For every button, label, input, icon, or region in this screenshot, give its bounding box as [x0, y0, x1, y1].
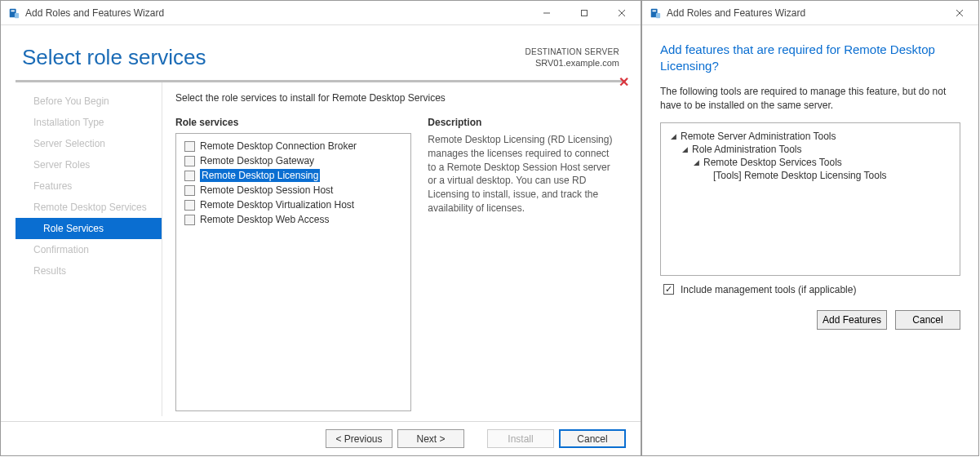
- svg-rect-4: [582, 10, 588, 16]
- sidebar-item[interactable]: Confirmation: [16, 239, 162, 260]
- features-tree[interactable]: ◢Remote Server Administration Tools◢Role…: [660, 122, 960, 276]
- role-service-item[interactable]: Remote Desktop Connection Broker: [183, 139, 404, 153]
- app-icon: [649, 7, 662, 20]
- tree-node-label: Role Administration Tools: [692, 143, 802, 156]
- header-rule: ✕: [16, 80, 626, 82]
- tree-node[interactable]: [Tools] Remote Desktop Licensing Tools: [669, 169, 951, 182]
- sidebar-item[interactable]: Role Services: [16, 218, 162, 239]
- window-controls: [528, 1, 641, 25]
- next-button[interactable]: Next >: [397, 429, 464, 448]
- tree-node-label: Remote Server Administration Tools: [681, 130, 836, 143]
- sidebar-item[interactable]: Remote Desktop Services: [16, 197, 162, 218]
- checkbox[interactable]: [184, 171, 195, 181]
- role-service-item[interactable]: Remote Desktop Gateway: [183, 153, 404, 168]
- role-service-label: Remote Desktop Licensing: [200, 169, 320, 182]
- description-heading: Description: [428, 117, 621, 128]
- role-service-label: Remote Desktop Session Host: [200, 184, 333, 197]
- wizard-main-window: Add Roles and Features Wizard Select rol…: [0, 0, 641, 456]
- cancel-button[interactable]: Cancel: [559, 429, 626, 448]
- sidebar-item[interactable]: Installation Type: [16, 112, 162, 133]
- instruction-text: Select the role services to install for …: [175, 92, 621, 104]
- dialog-close-button[interactable]: [941, 1, 978, 25]
- main-titlebar[interactable]: Add Roles and Features Wizard: [1, 1, 641, 25]
- role-service-label: Remote Desktop Virtualization Host: [200, 198, 354, 211]
- roles-heading: Role services: [175, 117, 411, 128]
- destination-label: DESTINATION SERVER: [525, 47, 619, 57]
- error-x-icon: ✕: [619, 74, 629, 90]
- expander-icon[interactable]: ◢: [669, 130, 677, 143]
- install-button: Install: [487, 429, 554, 448]
- tree-node-label: [Tools] Remote Desktop Licensing Tools: [713, 169, 887, 182]
- wizard-sidebar: Before You BeginInstallation TypeServer …: [16, 82, 162, 416]
- include-tools-label: Include management tools (if applicable): [681, 284, 856, 295]
- sidebar-item[interactable]: Before You Begin: [16, 91, 162, 112]
- tree-node[interactable]: ◢Role Administration Tools: [669, 143, 951, 156]
- role-service-item[interactable]: Remote Desktop Licensing: [183, 168, 404, 183]
- role-services-listbox[interactable]: Remote Desktop Connection BrokerRemote D…: [175, 133, 411, 411]
- role-service-item[interactable]: Remote Desktop Session Host: [183, 183, 404, 197]
- maximize-button[interactable]: [565, 1, 603, 25]
- tree-node[interactable]: ◢Remote Server Administration Tools: [669, 130, 951, 143]
- close-button[interactable]: [603, 1, 641, 25]
- include-tools-row[interactable]: ✓ Include management tools (if applicabl…: [663, 284, 960, 295]
- checkbox[interactable]: [184, 200, 195, 211]
- svg-rect-8: [653, 10, 656, 11]
- add-features-button[interactable]: Add Features: [817, 310, 887, 330]
- svg-rect-9: [656, 13, 660, 18]
- destination-block: DESTINATION SERVER SRV01.example.com: [525, 45, 619, 69]
- previous-button[interactable]: < Previous: [326, 429, 392, 448]
- expander-icon[interactable]: ◢: [692, 156, 700, 169]
- include-tools-checkbox[interactable]: ✓: [663, 284, 674, 295]
- sidebar-item[interactable]: Server Selection: [16, 133, 162, 154]
- dialog-titlebar[interactable]: Add Roles and Features Wizard: [642, 1, 978, 25]
- checkbox[interactable]: [184, 215, 195, 225]
- description-text: Remote Desktop Licensing (RD Licensing) …: [428, 133, 621, 215]
- tree-node[interactable]: ◢Remote Desktop Services Tools: [669, 156, 951, 169]
- role-service-label: Remote Desktop Connection Broker: [200, 140, 357, 153]
- sidebar-item[interactable]: Results: [16, 260, 162, 282]
- main-window-title: Add Roles and Features Wizard: [25, 7, 528, 19]
- minimize-button[interactable]: [528, 1, 565, 25]
- sidebar-item[interactable]: Server Roles: [16, 154, 162, 175]
- dialog-cancel-button[interactable]: Cancel: [895, 310, 960, 330]
- app-icon: [7, 7, 20, 20]
- dialog-paragraph: The following tools are required to mana…: [660, 85, 960, 113]
- wizard-footer: < Previous Next > Install Cancel: [1, 421, 641, 455]
- checkbox[interactable]: [184, 141, 195, 152]
- add-features-dialog: Add Roles and Features Wizard Add featur…: [641, 0, 979, 456]
- dialog-window-title: Add Roles and Features Wizard: [667, 7, 941, 19]
- expander-icon[interactable]: ◢: [681, 143, 689, 156]
- role-service-label: Remote Desktop Gateway: [200, 154, 314, 167]
- sidebar-item[interactable]: Features: [16, 175, 162, 197]
- page-title: Select role services: [22, 45, 525, 70]
- role-service-label: Remote Desktop Web Access: [200, 213, 330, 226]
- dialog-heading: Add features that are required for Remot…: [660, 42, 960, 73]
- svg-rect-2: [15, 13, 19, 18]
- tree-node-label: Remote Desktop Services Tools: [703, 156, 842, 169]
- role-service-item[interactable]: Remote Desktop Web Access: [183, 212, 404, 227]
- checkbox[interactable]: [184, 185, 195, 196]
- destination-server: SRV01.example.com: [525, 57, 619, 69]
- checkbox[interactable]: [184, 156, 195, 166]
- svg-rect-1: [11, 10, 15, 11]
- role-service-item[interactable]: Remote Desktop Virtualization Host: [183, 197, 404, 212]
